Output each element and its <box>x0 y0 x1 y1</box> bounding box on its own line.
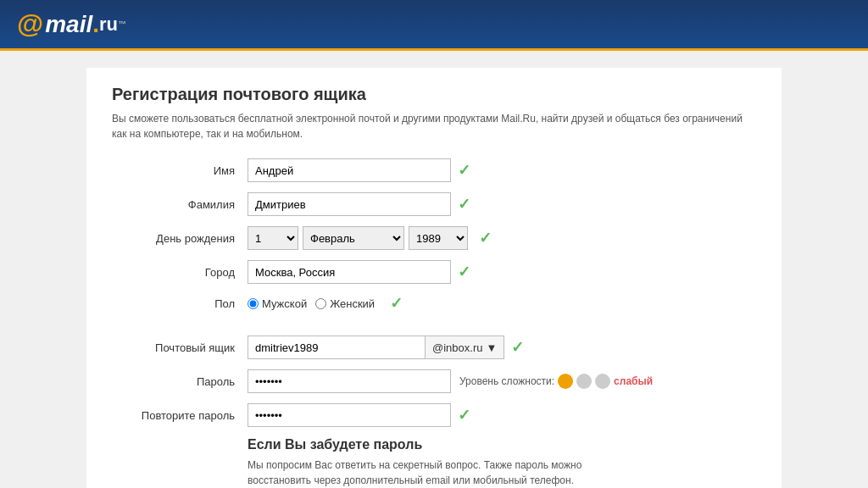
logo-dot: . <box>92 11 99 38</box>
password-label: Пароль <box>112 375 248 388</box>
gender-check-icon: ✓ <box>390 294 403 313</box>
birthday-day-select[interactable]: 12345 678910 1112131415 1617181920 21222… <box>248 226 298 250</box>
gender-label: Пол <box>112 297 248 310</box>
forgot-password-section: Если Вы забудете пароль Мы попросим Вас … <box>248 437 756 488</box>
gender-female-option[interactable]: Женский <box>315 297 375 310</box>
gender-female-radio[interactable] <box>315 298 326 309</box>
logo-trademark: ™ <box>118 19 126 29</box>
password-field-group: Уровень сложности: слабый <box>248 369 653 393</box>
password-row: Пароль Уровень сложности: слабый <box>112 369 756 393</box>
strength-icon-2 <box>576 374 592 389</box>
surname-input[interactable] <box>248 192 451 216</box>
email-row: Почтовый ящик @inbox.ru ▼ ✓ <box>112 336 756 359</box>
email-label: Почтовый ящик <box>112 341 248 354</box>
birthday-check-icon: ✓ <box>479 229 492 247</box>
strength-label: Уровень сложности: <box>459 375 554 387</box>
chevron-down-icon: ▼ <box>486 341 497 354</box>
password-input[interactable] <box>248 369 451 393</box>
gender-options: Мужской Женский ✓ <box>248 294 403 313</box>
logo-at-symbol: @ <box>17 8 43 40</box>
name-input[interactable] <box>248 158 451 182</box>
surname-label: Фамилия <box>112 198 248 211</box>
city-input[interactable] <box>248 260 451 284</box>
name-row: Имя ✓ <box>112 158 756 182</box>
city-row: Город ✓ <box>112 260 756 284</box>
surname-check-icon: ✓ <box>458 195 470 214</box>
city-label: Город <box>112 266 248 279</box>
forgot-password-title: Если Вы забудете пароль <box>248 437 756 452</box>
confirm-password-check-icon: ✓ <box>458 406 470 424</box>
gender-male-option[interactable]: Мужской <box>248 297 307 310</box>
page-title: Регистрация почтового ящика <box>112 85 756 104</box>
logo-mail-text: mail <box>45 11 92 38</box>
birthday-label: День рождения <box>112 232 248 245</box>
birthday-month-select[interactable]: ЯнварьФевральМартАпрель МайИюньИюльАвгус… <box>303 226 404 250</box>
email-input[interactable] <box>248 336 426 359</box>
email-domain-text: @inbox.ru <box>432 341 482 354</box>
name-check-icon: ✓ <box>458 161 470 180</box>
forgot-password-desc: Мы попросим Вас ответить на секретный во… <box>248 458 604 488</box>
header: @ mail . ru ™ <box>0 0 868 51</box>
gender-male-radio[interactable] <box>248 298 259 309</box>
strength-indicator: Уровень сложности: слабый <box>459 374 653 389</box>
birthdate-fields: 12345 678910 1112131415 1617181920 21222… <box>248 226 492 250</box>
confirm-password-label: Повторите пароль <box>112 409 248 422</box>
strength-icon-1 <box>558 374 573 389</box>
confirm-password-input[interactable] <box>248 403 451 427</box>
logo-ru-text: ru <box>99 14 118 36</box>
page-description: Вы сможете пользоваться бесплатной элект… <box>112 111 756 141</box>
gender-male-label: Мужской <box>262 297 307 310</box>
surname-row: Фамилия ✓ <box>112 192 756 216</box>
logo: @ mail . ru ™ <box>17 8 126 40</box>
name-label: Имя <box>112 164 248 177</box>
strength-icon-3 <box>595 374 610 389</box>
birthday-row: День рождения 12345 678910 1112131415 16… <box>112 226 756 250</box>
strength-value: слабый <box>614 375 653 387</box>
gender-female-label: Женский <box>330 297 375 310</box>
birthday-year-select[interactable]: 1989198819871990 <box>409 226 468 250</box>
confirm-password-row: Повторите пароль ✓ <box>112 403 756 427</box>
gender-row: Пол Мужской Женский ✓ <box>112 294 756 313</box>
city-check-icon: ✓ <box>458 263 470 281</box>
email-domain-selector[interactable]: @inbox.ru ▼ <box>426 336 504 359</box>
email-field-group: @inbox.ru ▼ ✓ <box>248 336 524 359</box>
email-check-icon: ✓ <box>511 338 524 357</box>
